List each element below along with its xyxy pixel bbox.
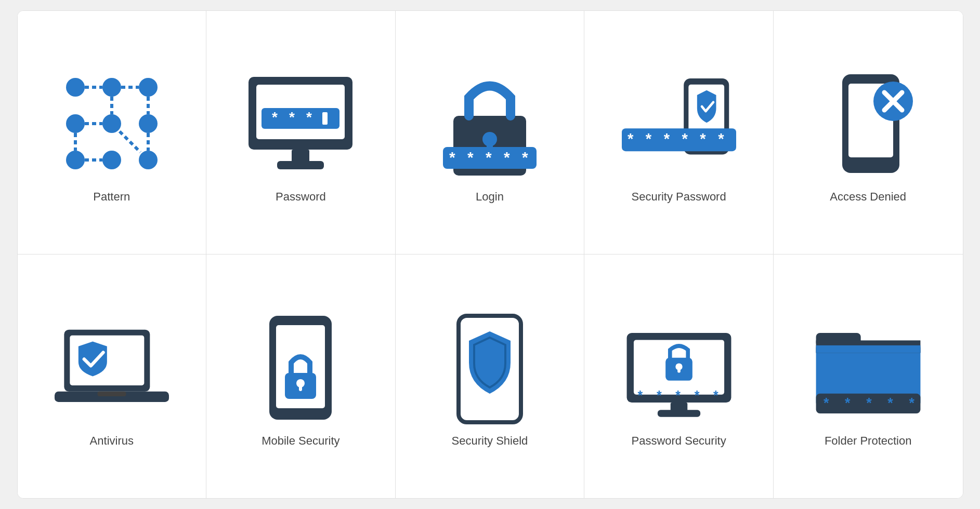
svg-point-6 (66, 151, 85, 169)
access-denied-label: Access Denied (830, 190, 906, 204)
svg-text:*: * (682, 130, 688, 147)
password-security-icon: * * * * * (622, 311, 736, 425)
svg-line-17 (120, 131, 140, 152)
svg-text:*: * (504, 149, 510, 166)
svg-text:*: * (909, 395, 914, 411)
icon-cell-mobile-security: Mobile Security (206, 254, 396, 498)
security-shield-label: Security Shield (452, 434, 528, 448)
svg-point-3 (66, 114, 85, 133)
login-icon: * * * * * (433, 66, 547, 181)
icon-cell-access-denied: Access Denied (774, 11, 963, 254)
svg-text:*: * (272, 109, 278, 125)
icon-cell-pattern: Pattern (18, 11, 207, 254)
svg-text:*: * (694, 388, 699, 403)
svg-rect-26 (277, 161, 324, 169)
pattern-label: Pattern (93, 190, 130, 204)
icon-cell-security-shield: Security Shield (396, 254, 585, 498)
svg-text:*: * (449, 149, 455, 166)
svg-text:*: * (675, 388, 681, 403)
svg-text:*: * (522, 149, 528, 166)
svg-text:*: * (657, 388, 662, 403)
svg-rect-67 (677, 368, 681, 373)
pattern-icon (55, 66, 169, 181)
password-icon: * * * (243, 66, 358, 181)
svg-text:*: * (866, 395, 872, 411)
svg-text:*: * (628, 130, 634, 147)
svg-rect-64 (657, 410, 700, 417)
svg-text:*: * (700, 130, 706, 147)
icon-cell-antivirus: Antivirus (18, 254, 207, 498)
svg-text:*: * (289, 109, 295, 125)
svg-point-8 (139, 151, 158, 169)
mobile-security-label: Mobile Security (262, 434, 339, 448)
svg-point-7 (102, 151, 121, 169)
svg-text:*: * (845, 395, 851, 411)
svg-text:*: * (824, 395, 829, 411)
mobile-security-icon (243, 311, 358, 425)
svg-rect-35 (487, 142, 493, 152)
svg-text:*: * (713, 388, 718, 403)
antivirus-label: Antivirus (90, 434, 134, 448)
icon-cell-security-password: * * * * * * Security Password (584, 11, 774, 254)
folder-protection-icon: * * * * * (811, 311, 925, 425)
svg-text:*: * (306, 109, 312, 125)
svg-point-5 (139, 114, 158, 133)
svg-text:*: * (467, 149, 474, 166)
svg-point-0 (66, 78, 85, 97)
svg-text:*: * (645, 130, 651, 147)
svg-point-4 (102, 114, 121, 133)
svg-rect-24 (322, 112, 328, 125)
icon-cell-password-security: * * * * * Password Security (584, 254, 774, 498)
svg-text:*: * (887, 395, 893, 411)
security-password-icon: * * * * * * (622, 66, 736, 181)
svg-text:*: * (637, 388, 643, 403)
folder-protection-label: Folder Protection (825, 434, 912, 448)
antivirus-icon (55, 311, 169, 425)
icon-cell-login: * * * * * Login (396, 11, 585, 254)
svg-point-1 (102, 78, 121, 97)
password-security-label: Password Security (632, 434, 726, 448)
icon-grid: Pattern * * * Passwor (17, 10, 963, 499)
icon-cell-folder-protection: * * * * * Folder Protection (774, 254, 963, 498)
svg-rect-25 (292, 150, 309, 163)
access-denied-icon (811, 66, 925, 181)
icon-cell-password: * * * Password (206, 11, 396, 254)
svg-rect-53 (97, 391, 126, 396)
svg-rect-58 (299, 385, 302, 391)
svg-text:*: * (663, 130, 670, 147)
security-shield-icon (433, 311, 547, 425)
login-label: Login (476, 190, 504, 204)
svg-text:*: * (718, 130, 724, 147)
svg-rect-76 (816, 345, 920, 352)
svg-point-2 (139, 78, 158, 97)
security-password-label: Security Password (632, 190, 726, 204)
password-label: Password (276, 190, 326, 204)
